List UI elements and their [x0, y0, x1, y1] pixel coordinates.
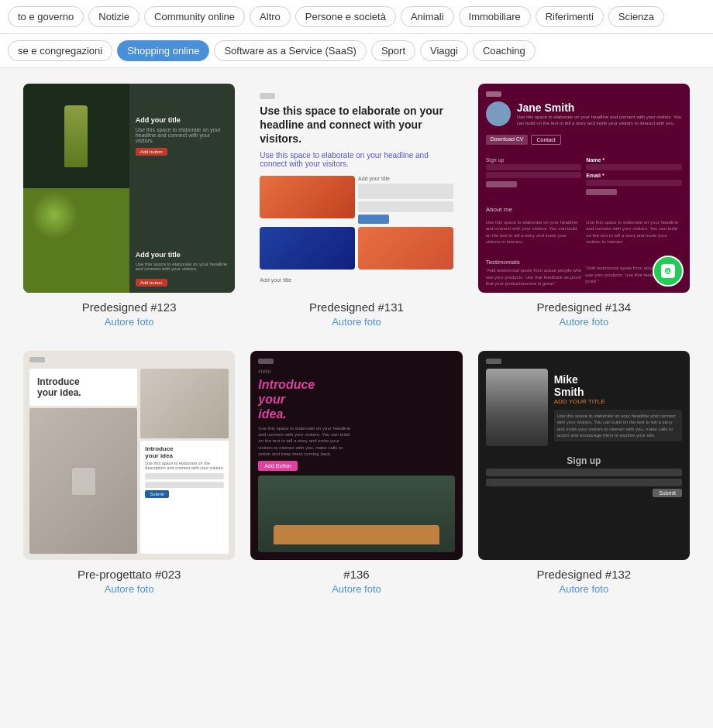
card-grid: Add your title Use this space to elabora…	[0, 68, 713, 610]
card-image-card-4[interactable]: Introduceyour idea. Introduceyour idea U…	[23, 351, 235, 560]
card-author-card-3[interactable]: Autore foto	[560, 316, 609, 328]
card-image-card-5[interactable]: Hello Introduceyouridea. Use this space …	[250, 351, 462, 560]
filter-chip-viaggi[interactable]: Viaggi	[420, 40, 468, 61]
filter-chip-saas[interactable]: Software as a Service (SaaS)	[214, 40, 367, 61]
card-image-card-2[interactable]: Use this space to elaborate on your head…	[250, 84, 462, 293]
filter-chip-altro[interactable]: Altro	[250, 6, 291, 27]
card-title-card-6: Predesigned #132	[536, 568, 631, 581]
filter-chip-shopping[interactable]: Shopping online	[117, 40, 209, 61]
card-card-4: Introduceyour idea. Introduceyour idea U…	[23, 351, 235, 595]
filter-chip-scienza[interactable]: Scienza	[608, 6, 664, 27]
card-card-1: Add your title Use this space to elabora…	[23, 84, 235, 328]
card-title-card-1: Predesigned #123	[82, 300, 177, 314]
filter-bar-row1: to e governoNotizieCommunity onlineAltro…	[0, 0, 713, 34]
filter-chip-riferimenti[interactable]: Riferimenti	[536, 6, 604, 27]
filter-chip-notizie[interactable]: Notizie	[88, 6, 140, 27]
card-title-card-5: #136	[343, 568, 369, 581]
filter-chip-community[interactable]: Community online	[144, 6, 245, 27]
filter-chip-sport[interactable]: Sport	[371, 40, 415, 61]
card-card-3: Jane Smith Use this space to elaborate o…	[478, 84, 690, 328]
filter-chip-immobiliare[interactable]: Immobiliare	[459, 6, 531, 27]
card-title-card-3: Predesigned #134	[536, 300, 631, 314]
filter-chip-govero[interactable]: to e governo	[8, 6, 84, 27]
card-author-card-2[interactable]: Autore foto	[332, 316, 381, 328]
card-image-card-3[interactable]: Jane Smith Use this space to elaborate o…	[478, 84, 690, 293]
card-card-6: MikeSmith ADD YOUR TITLE Use this space …	[478, 351, 690, 595]
card-author-card-6[interactable]: Autore foto	[560, 583, 609, 595]
card-image-card-1[interactable]: Add your title Use this space to elabora…	[23, 84, 235, 293]
svg-text:AI: AI	[666, 269, 671, 274]
card-title-card-2: Predesigned #131	[309, 300, 404, 314]
filter-chip-coaching[interactable]: Coaching	[473, 40, 536, 61]
card-card-2: Use this space to elaborate on your head…	[250, 84, 462, 328]
filter-chip-congregazioni[interactable]: se e congregazioni	[8, 40, 112, 61]
card-author-card-4[interactable]: Autore foto	[105, 583, 154, 595]
filter-bar-row2: se e congregazioniShopping onlineSoftwar…	[0, 34, 713, 68]
card-image-card-6[interactable]: MikeSmith ADD YOUR TITLE Use this space …	[478, 351, 690, 560]
ai-badge[interactable]: AI	[653, 256, 684, 287]
filter-chip-persone[interactable]: Persone e società	[295, 6, 396, 27]
card-card-5: Hello Introduceyouridea. Use this space …	[250, 351, 462, 595]
card-title-card-4: Pre-progettato #023	[78, 568, 181, 581]
card-author-card-1[interactable]: Autore foto	[105, 316, 154, 328]
filter-chip-animali[interactable]: Animali	[401, 6, 454, 27]
card-author-card-5[interactable]: Autore foto	[332, 583, 381, 595]
